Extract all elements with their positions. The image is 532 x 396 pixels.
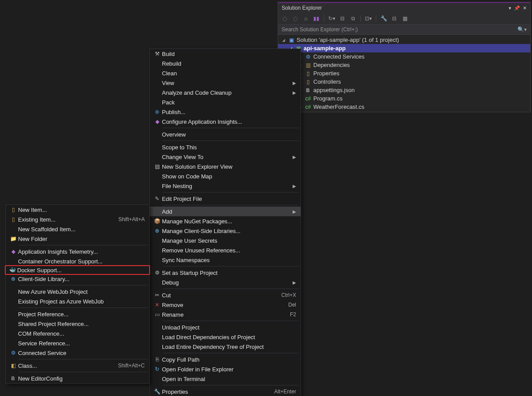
- submenu-orchestrator[interactable]: Container Orchestrator Support...: [6, 256, 149, 266]
- tree-item-program[interactable]: c# Program.cs: [278, 94, 530, 103]
- solution-explorer-search[interactable]: Search Solution Explorer (Ctrl+;) 🔍▾: [278, 25, 530, 35]
- menu-scope[interactable]: Scope to This: [150, 142, 301, 152]
- preview-icon[interactable]: ⊟: [390, 15, 398, 22]
- menu-configure-insights[interactable]: ◆Configure Application Insights...: [150, 117, 301, 126]
- menu-client-side[interactable]: ⊕Manage Client-Side Libraries...: [150, 226, 301, 236]
- menu-cut[interactable]: ✂CutCtrl+X: [150, 290, 301, 300]
- menu-view[interactable]: View▶: [150, 78, 301, 88]
- dropdown-icon[interactable]: ▾: [509, 5, 511, 11]
- collapse-all-icon[interactable]: ⧉: [349, 15, 357, 22]
- pin-icon[interactable]: 📌: [514, 5, 520, 11]
- home-icon[interactable]: ⌂: [302, 15, 310, 22]
- menu-debug[interactable]: Debug▶: [150, 278, 301, 287]
- submenu-new-folder[interactable]: 📁New Folder: [6, 234, 149, 244]
- sync-icon[interactable]: ⊟: [338, 15, 346, 22]
- tree-item-weather[interactable]: ▷c# WeatherForecast.cs: [278, 103, 530, 111]
- add-submenu: ▯New Item... ▯Existing Item...Shift+Alt+…: [5, 204, 150, 384]
- pending-changes-icon[interactable]: ↻▾: [328, 15, 336, 22]
- menu-add[interactable]: Add▶: [150, 207, 301, 216]
- search-icon: 🔍▾: [517, 26, 527, 33]
- menu-open-terminal[interactable]: Open in Terminal: [150, 374, 301, 384]
- tree-item-dependencies[interactable]: ▷▥ Dependencies: [278, 61, 530, 69]
- project-context-menu: ⚒Build Rebuild Clean View▶ Analyze and C…: [149, 48, 301, 396]
- solution-tree: ◢▣ Solution 'api-sample-app' (1 of 1 pro…: [278, 35, 530, 112]
- solution-explorer-title: Solution Explorer: [282, 5, 322, 11]
- menu-load-tree[interactable]: Load Entire Dependency Tree of Project: [150, 342, 301, 352]
- submenu-docker[interactable]: 🐳Docker Support...: [5, 265, 150, 275]
- solution-explorer-panel: Solution Explorer ▾ 📌 ✕ ◌ ◌ ⌂ ▮▮ ↻▾ ⊟ ⧉ …: [278, 2, 531, 112]
- submenu-existing-item[interactable]: ▯Existing Item...Shift+Alt+A: [6, 215, 149, 224]
- menu-open-folder[interactable]: ↻Open Folder in File Explorer: [150, 364, 301, 374]
- menu-rename[interactable]: ▭RenameF2: [150, 310, 301, 319]
- show-all-icon[interactable]: ⊡▾: [364, 15, 372, 22]
- menu-build[interactable]: ⚒Build: [150, 49, 301, 59]
- solution-explorer-titlebar: Solution Explorer ▾ 📌 ✕: [278, 2, 530, 13]
- menu-copy-path[interactable]: ⎘Copy Full Path: [150, 355, 301, 364]
- forward-icon[interactable]: ◌: [291, 15, 299, 22]
- submenu-service-ref[interactable]: Service Reference...: [6, 338, 149, 348]
- properties-icon[interactable]: 🔧: [380, 15, 388, 22]
- tree-item-properties[interactable]: ▷▯ Properties: [278, 69, 530, 78]
- submenu-client-lib[interactable]: ⊕Client-Side Library...: [6, 274, 149, 284]
- menu-nuget[interactable]: 📦Manage NuGet Packages...: [150, 216, 301, 226]
- submenu-project-ref[interactable]: Project Reference...: [6, 309, 149, 319]
- solution-node[interactable]: ◢▣ Solution 'api-sample-app' (1 of 1 pro…: [278, 36, 530, 44]
- submenu-class[interactable]: ◧Class...Shift+Alt+C: [6, 361, 149, 370]
- search-placeholder: Search Solution Explorer (Ctrl+;): [282, 26, 358, 33]
- menu-remove[interactable]: ✕RemoveDel: [150, 300, 301, 310]
- grid-icon[interactable]: ▦: [401, 15, 409, 22]
- submenu-webjob[interactable]: New Azure WebJob Project: [6, 287, 149, 296]
- menu-load-direct[interactable]: Load Direct Dependencies of Project: [150, 332, 301, 342]
- menu-clean[interactable]: Clean: [150, 68, 301, 78]
- submenu-com-ref[interactable]: COM Reference...: [6, 329, 149, 338]
- submenu-new-item[interactable]: ▯New Item...: [6, 205, 149, 215]
- menu-edit-project[interactable]: ✎Edit Project File: [150, 194, 301, 204]
- menu-startup[interactable]: ⚙Set as Startup Project: [150, 268, 301, 278]
- menu-file-nesting[interactable]: File Nesting▶: [150, 181, 301, 191]
- submenu-scaffolded[interactable]: New Scaffolded Item...: [6, 224, 149, 234]
- submenu-existing-webjob[interactable]: Existing Project as Azure WebJob: [6, 296, 149, 306]
- submenu-connected-service[interactable]: ⚙Connected Service: [6, 348, 149, 358]
- switch-view-icon[interactable]: ▮▮: [312, 15, 320, 22]
- solution-explorer-toolbar: ◌ ◌ ⌂ ▮▮ ↻▾ ⊟ ⧉ ⊡▾ 🔧 ⊟ ▦: [278, 13, 530, 25]
- menu-code-map[interactable]: Show on Code Map: [150, 171, 301, 181]
- menu-sync-ns[interactable]: Sync Namespaces: [150, 255, 301, 265]
- menu-pack[interactable]: Pack: [150, 97, 301, 107]
- menu-analyze[interactable]: Analyze and Code Cleanup▶: [150, 88, 301, 97]
- tree-item-controllers[interactable]: ▷▯ Controllers: [278, 78, 530, 86]
- submenu-shared-ref[interactable]: Shared Project Reference...: [6, 319, 149, 329]
- tree-item-appsettings[interactable]: ▷🗎 appsettings.json: [278, 86, 530, 94]
- menu-new-explorer[interactable]: ▤New Solution Explorer View: [150, 162, 301, 171]
- menu-overview[interactable]: Overview: [150, 130, 301, 139]
- back-icon[interactable]: ◌: [281, 15, 289, 22]
- menu-properties[interactable]: 🔧PropertiesAlt+Enter: [150, 387, 301, 396]
- menu-user-secrets[interactable]: Manage User Secrets: [150, 236, 301, 245]
- submenu-insights[interactable]: ◆Application Insights Telemetry...: [6, 247, 149, 256]
- menu-publish[interactable]: ⊕Publish...: [150, 107, 301, 117]
- menu-unload[interactable]: Unload Project: [150, 322, 301, 332]
- menu-remove-unused[interactable]: Remove Unused References...: [150, 245, 301, 255]
- submenu-editorconfig[interactable]: 🗎New EditorConfig: [6, 374, 149, 383]
- menu-change-view[interactable]: Change View To▶: [150, 152, 301, 162]
- menu-rebuild[interactable]: Rebuild: [150, 59, 301, 68]
- project-node[interactable]: ◢▣ api-sample-app: [278, 44, 530, 52]
- tree-item-connected-services[interactable]: ▷⚙ Connected Services: [278, 52, 530, 61]
- close-icon[interactable]: ✕: [523, 5, 527, 11]
